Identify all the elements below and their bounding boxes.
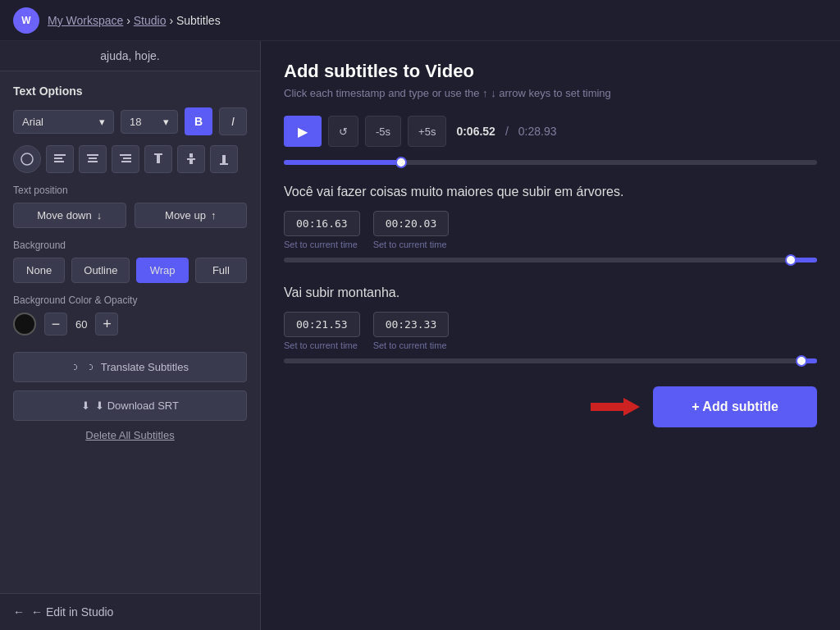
timestamp-end-2: 00:23.33 Set to current time — [373, 312, 450, 350]
arrow-up-icon: ↑ — [211, 209, 217, 221]
timestamp-start-2: 00:21.53 Set to current time — [284, 312, 360, 350]
timestamp-row-2: 00:21.53 Set to current time 00:23.33 Se… — [284, 312, 817, 350]
size-chevron-icon: ▾ — [163, 116, 169, 128]
subtitle-2-end-label: Set to current time — [373, 340, 450, 350]
edit-in-studio-label: ← Edit in Studio — [31, 605, 113, 619]
subtitle-2-start-btn[interactable]: 00:21.53 — [284, 312, 360, 337]
translate-button[interactable]: ᯿ ᯿ Translate Subtitles — [13, 352, 247, 382]
sidebar-content: Text Options Arial ▾ 18 ▾ B I — [0, 71, 260, 593]
skip-back-button[interactable]: -5s — [365, 116, 401, 147]
color-circle-btn[interactable] — [13, 145, 41, 173]
skip-fwd-label: +5s — [418, 126, 436, 138]
text-top-btn[interactable] — [144, 145, 172, 173]
subtitle-1-start-label: Set to current time — [284, 240, 360, 249]
edit-in-studio-icon: ← — [13, 605, 25, 619]
text-position-label: Text position — [13, 185, 247, 196]
translate-icon: ᯿ — [71, 361, 82, 373]
text-top-icon — [153, 153, 164, 165]
breadcrumb-workspace[interactable]: My Workspace — [48, 14, 123, 27]
timeline-handle-2[interactable] — [796, 355, 807, 367]
opacity-row: − 60 + — [13, 313, 247, 336]
breadcrumb-current: Subtitles — [176, 14, 221, 27]
bg-wrap-button[interactable]: Wrap — [136, 258, 188, 283]
delete-all-link[interactable]: Delete All Subtitles — [13, 429, 247, 441]
opacity-value: 60 — [75, 318, 87, 331]
svg-rect-15 — [222, 155, 226, 163]
svg-rect-2 — [54, 158, 62, 159]
position-row: Move down ↓ Move up ↑ — [13, 203, 247, 228]
breadcrumb: My Workspace › Studio › Subtitles — [48, 14, 221, 27]
align-left-icon — [54, 153, 66, 165]
svg-rect-16 — [220, 163, 228, 165]
align-center-btn[interactable] — [79, 145, 107, 173]
move-down-button[interactable]: Move down ↓ — [13, 203, 126, 228]
opacity-increase-button[interactable]: + — [95, 313, 118, 336]
font-size-value: 18 — [130, 116, 141, 128]
add-subtitle-button[interactable]: + Add subtitle — [653, 386, 817, 427]
text-bottom-icon — [218, 153, 230, 165]
reset-button[interactable]: ↺ — [328, 116, 358, 147]
timeline-bar-2[interactable] — [284, 358, 817, 363]
text-options-title: Text Options — [13, 84, 247, 98]
move-down-label: Move down — [37, 209, 91, 221]
move-up-button[interactable]: Move up ↑ — [135, 203, 248, 228]
font-name: Arial — [22, 116, 43, 128]
page-title: Add subtitles to Video — [284, 61, 817, 82]
progress-handle[interactable] — [395, 157, 407, 168]
subtitle-1-end-btn[interactable]: 00:20.03 — [373, 211, 450, 236]
font-select[interactable]: Arial ▾ — [13, 110, 114, 134]
topbar: W My Workspace › Studio › Subtitles — [0, 0, 840, 41]
add-subtitle-area: + Add subtitle — [284, 386, 817, 427]
subtitle-2-end-btn[interactable]: 00:23.33 — [373, 312, 450, 337]
translate-label: ᯿ Translate Subtitles — [87, 361, 189, 373]
svg-rect-8 — [123, 158, 131, 159]
size-select[interactable]: 18 ▾ — [121, 110, 178, 134]
timeline-bar-1[interactable] — [284, 258, 817, 262]
subtitle-1-end-label: Set to current time — [373, 240, 450, 249]
bg-none-button[interactable]: None — [13, 258, 65, 283]
subtitle-2-start-label: Set to current time — [284, 340, 360, 350]
download-label: ⬇ Download SRT — [95, 399, 179, 412]
sidebar: ajuda, hoje. Text Options Arial ▾ 18 ▾ B… — [0, 41, 261, 630]
svg-rect-3 — [54, 161, 64, 162]
align-right-btn[interactable] — [112, 145, 139, 173]
text-bottom-btn[interactable] — [210, 145, 238, 173]
skip-fwd-button[interactable]: +5s — [408, 116, 446, 147]
alignment-row — [13, 145, 247, 173]
subtitle-1-start-btn[interactable]: 00:16.63 — [284, 211, 360, 236]
bg-outline-button[interactable]: Outline — [71, 258, 130, 283]
download-srt-button[interactable]: ⬇ ⬇ Download SRT — [13, 390, 247, 421]
text-middle-icon — [185, 153, 197, 165]
avatar: W — [13, 7, 39, 34]
circle-icon — [21, 153, 34, 166]
bg-full-button[interactable]: Full — [195, 258, 247, 283]
video-controls: ▶ ↺ -5s +5s 0:06.52 / 0:28.93 — [284, 116, 817, 147]
opacity-decrease-button[interactable]: − — [44, 313, 67, 336]
svg-rect-12 — [189, 153, 193, 158]
red-arrow-indicator — [591, 395, 640, 419]
timestamp-row-1: 00:16.63 Set to current time 00:20.03 Se… — [284, 211, 817, 249]
svg-rect-9 — [121, 161, 131, 162]
align-left-btn[interactable] — [46, 145, 74, 173]
bg-color-label: Background Color & Opacity — [13, 294, 247, 306]
total-time: 0:28.93 — [518, 125, 557, 138]
italic-button[interactable]: I — [219, 107, 247, 135]
subtitle-block-1: Você vai fazer coisas muito maiores que … — [284, 185, 817, 262]
bold-button[interactable]: B — [185, 107, 212, 135]
play-button[interactable]: ▶ — [284, 116, 322, 147]
svg-rect-11 — [157, 155, 160, 163]
edit-in-studio-footer[interactable]: ← ← Edit in Studio — [0, 593, 260, 630]
text-middle-btn[interactable] — [177, 145, 205, 173]
timestamp-end-1: 00:20.03 Set to current time — [373, 211, 450, 249]
svg-rect-1 — [54, 154, 66, 156]
timestamp-start-1: 00:16.63 Set to current time — [284, 211, 360, 249]
arrow-down-icon: ↓ — [97, 209, 103, 221]
progress-bar[interactable] — [284, 160, 817, 165]
timeline-handle-1[interactable] — [785, 254, 797, 266]
background-row: None Outline Wrap Full — [13, 258, 247, 283]
color-picker[interactable] — [13, 313, 36, 336]
breadcrumb-studio[interactable]: Studio — [134, 14, 167, 27]
align-center-icon — [87, 153, 98, 165]
page-subtitle: Click each timestamp and type or use the… — [284, 87, 817, 99]
progress-fill — [284, 160, 401, 165]
